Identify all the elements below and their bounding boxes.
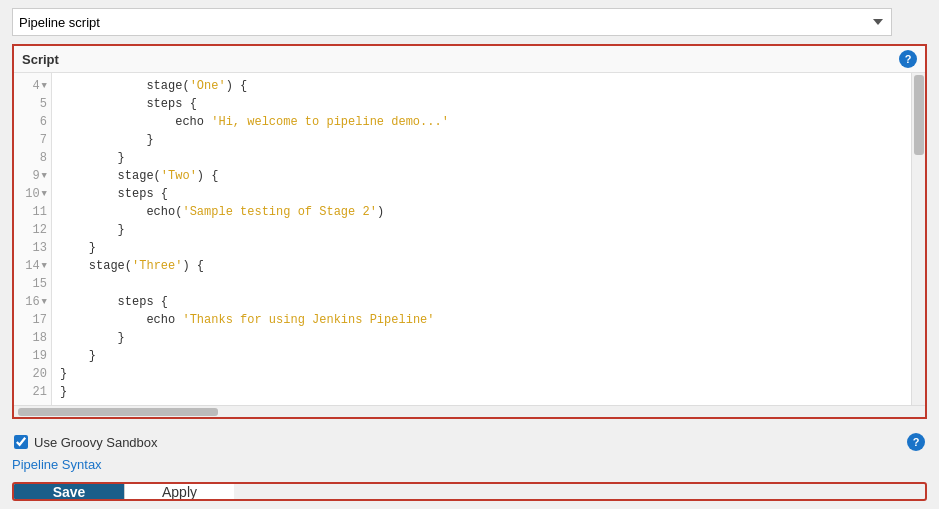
sandbox-help-icon[interactable]: ?: [907, 433, 925, 451]
line-number: 4▼: [20, 77, 47, 95]
line-number: 19: [20, 347, 47, 365]
code-line: }: [60, 221, 903, 239]
line-number: 14▼: [20, 257, 47, 275]
pipeline-syntax-link[interactable]: Pipeline Syntax: [12, 457, 927, 472]
code-editor: 4▼56789▼10▼11121314▼1516▼1718192021 stag…: [14, 73, 925, 405]
code-line: }: [60, 383, 903, 401]
fold-arrow[interactable]: ▼: [42, 293, 47, 311]
line-numbers: 4▼56789▼10▼11121314▼1516▼1718192021: [14, 73, 52, 405]
code-line: }: [60, 347, 903, 365]
fold-arrow[interactable]: ▼: [42, 257, 47, 275]
apply-button[interactable]: Apply: [124, 482, 234, 501]
code-line: echo 'Hi, welcome to pipeline demo...': [60, 113, 903, 131]
code-line: echo('Sample testing of Stage 2'): [60, 203, 903, 221]
code-line: }: [60, 329, 903, 347]
code-line: }: [60, 131, 903, 149]
line-number: 10▼: [20, 185, 47, 203]
horizontal-scrollbar[interactable]: [14, 405, 925, 417]
sandbox-left: Use Groovy Sandbox: [14, 435, 158, 450]
code-content[interactable]: stage('One') { steps { echo 'Hi, welcome…: [52, 73, 911, 405]
line-number: 5: [20, 95, 47, 113]
script-section: Script ? 4▼56789▼10▼11121314▼1516▼171819…: [12, 44, 927, 419]
code-line: }: [60, 149, 903, 167]
code-line: steps {: [60, 95, 903, 113]
code-line: stage('One') {: [60, 77, 903, 95]
code-line: [60, 275, 903, 293]
line-number: 13: [20, 239, 47, 257]
code-line: stage('Two') {: [60, 167, 903, 185]
script-label: Script: [22, 52, 59, 67]
groovy-sandbox-label: Use Groovy Sandbox: [34, 435, 158, 450]
code-line: }: [60, 239, 903, 257]
line-number: 21: [20, 383, 47, 401]
line-number: 16▼: [20, 293, 47, 311]
line-number: 17: [20, 311, 47, 329]
line-number: 6: [20, 113, 47, 131]
script-header: Script ?: [14, 46, 925, 73]
code-line: echo 'Thanks for using Jenkins Pipeline': [60, 311, 903, 329]
code-line: steps {: [60, 185, 903, 203]
line-number: 11: [20, 203, 47, 221]
page-wrapper: Pipeline script Pipeline script from SCM…: [0, 0, 939, 509]
code-line: stage('Three') {: [60, 257, 903, 275]
line-number: 9▼: [20, 167, 47, 185]
fold-arrow[interactable]: ▼: [42, 185, 47, 203]
sandbox-row: Use Groovy Sandbox ?: [12, 427, 927, 457]
line-number: 15: [20, 275, 47, 293]
line-number: 20: [20, 365, 47, 383]
groovy-sandbox-checkbox[interactable]: [14, 435, 28, 449]
scrollbar-thumb: [914, 75, 924, 155]
script-help-icon[interactable]: ?: [899, 50, 917, 68]
code-line: steps {: [60, 293, 903, 311]
pipeline-type-select[interactable]: Pipeline script Pipeline script from SCM: [12, 8, 892, 36]
code-line: }: [60, 365, 903, 383]
save-button[interactable]: Save: [14, 482, 124, 501]
line-number: 8: [20, 149, 47, 167]
line-number: 7: [20, 131, 47, 149]
fold-arrow[interactable]: ▼: [42, 167, 47, 185]
line-number: 12: [20, 221, 47, 239]
vertical-scrollbar[interactable]: [911, 73, 925, 405]
line-number: 18: [20, 329, 47, 347]
h-scrollbar-thumb: [18, 408, 218, 416]
dropdown-row: Pipeline script Pipeline script from SCM: [12, 8, 927, 36]
buttons-row: Save Apply: [12, 482, 927, 501]
fold-arrow[interactable]: ▼: [42, 77, 47, 95]
